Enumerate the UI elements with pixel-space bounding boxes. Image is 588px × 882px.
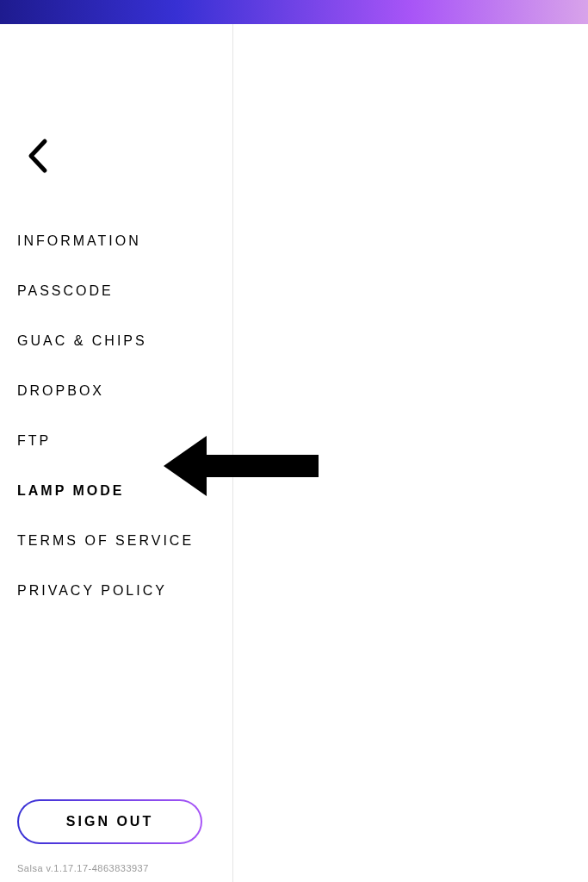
menu-item-dropbox[interactable]: DROPBOX [17, 383, 232, 399]
sign-out-button[interactable]: SIGN OUT [17, 799, 202, 844]
menu-item-terms[interactable]: TERMS OF SERVICE [17, 533, 232, 549]
sign-out-label: SIGN OUT [19, 801, 201, 842]
vertical-divider [232, 24, 233, 882]
sidebar-content: INFORMATION PASSCODE GUAC & CHIPS DROPBO… [17, 138, 232, 599]
menu-item-passcode[interactable]: PASSCODE [17, 283, 232, 299]
version-text: Salsa v.1.17.17-4863833937 [17, 863, 149, 873]
menu-item-privacy[interactable]: PRIVACY POLICY [17, 583, 232, 599]
back-button[interactable] [26, 138, 232, 177]
menu-item-information[interactable]: INFORMATION [17, 233, 232, 249]
top-gradient-bar [0, 0, 588, 24]
menu-item-ftp[interactable]: FTP [17, 433, 232, 449]
menu-item-lamp-mode[interactable]: LAMP MODE [17, 483, 232, 499]
menu-list: INFORMATION PASSCODE GUAC & CHIPS DROPBO… [17, 233, 232, 599]
menu-item-guac-chips[interactable]: GUAC & CHIPS [17, 333, 232, 349]
chevron-left-icon [26, 138, 50, 174]
